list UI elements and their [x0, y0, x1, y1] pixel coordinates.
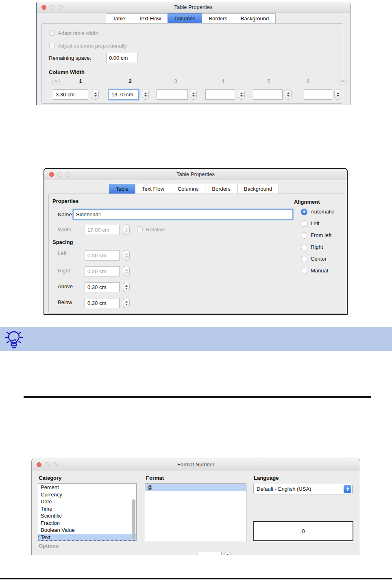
- tab-columns[interactable]: Columns: [171, 184, 205, 194]
- column-5-stepper[interactable]: [285, 89, 292, 100]
- category-item-boolean-value[interactable]: Boolean Value: [38, 527, 136, 534]
- language-select[interactable]: Default - English (USA): [253, 484, 353, 494]
- column-number-5: 5: [265, 78, 273, 85]
- format-header: Format: [146, 475, 164, 481]
- relative-label: Relative: [146, 226, 165, 233]
- alignment-center-label: Center: [311, 256, 327, 262]
- alignment-right-label: Right: [311, 244, 323, 250]
- alignment-automatic-radio[interactable]: [301, 209, 307, 215]
- format-preview-value: 0: [302, 528, 305, 534]
- format-code-item[interactable]: @: [145, 484, 246, 491]
- window-title: Format Number: [32, 459, 360, 470]
- tab-columns[interactable]: Columns: [168, 13, 202, 24]
- column-width-header: Column Width: [49, 69, 85, 75]
- spacing-below-label: Below: [58, 299, 72, 306]
- window-title: Table Properties: [37, 2, 350, 13]
- lightbulb-icon: [4, 329, 23, 351]
- alignment-manual-label: Manual: [311, 268, 328, 274]
- column-4-width-field[interactable]: [205, 89, 235, 100]
- column-3-width-field[interactable]: [157, 89, 188, 100]
- dropdown-chevrons-icon: [344, 485, 351, 493]
- tab-text-flow[interactable]: Text Flow: [135, 184, 171, 194]
- title-bar: Table Properties: [37, 2, 350, 13]
- category-item-date[interactable]: Date: [38, 498, 136, 505]
- window-title: Table Properties: [44, 169, 347, 180]
- alignment-manual-radio[interactable]: [301, 268, 307, 274]
- adapt-table-width-checkbox: [49, 30, 55, 36]
- table-name-field[interactable]: Sidehead1: [73, 209, 293, 220]
- width-stepper: [123, 224, 130, 235]
- alignment-center-radio[interactable]: [301, 256, 307, 262]
- section-divider-rule: [24, 396, 371, 398]
- column-1-stepper[interactable]: [92, 89, 99, 100]
- tab-borders[interactable]: Borders: [205, 184, 237, 194]
- column-6-width-field[interactable]: [304, 89, 332, 100]
- alignment-right-radio[interactable]: [301, 244, 307, 250]
- remaining-space-field: 0.00 cm: [106, 53, 137, 63]
- alignment-header: Alignment: [294, 199, 320, 205]
- alignment-from-left-label: From left: [311, 232, 331, 239]
- scroll-columns-left-icon: ⇦: [52, 78, 60, 85]
- column-5-width-field[interactable]: [253, 89, 283, 100]
- category-item-currency[interactable]: Currency: [38, 491, 136, 498]
- spacing-above-field[interactable]: 0.30 cm: [85, 282, 120, 292]
- category-list: Percent Currency Date Time Scientific Fr…: [38, 483, 137, 541]
- column-1-width-field[interactable]: 3.30 cm: [53, 89, 88, 100]
- title-bar: Format Number: [32, 459, 360, 470]
- spacing-left-stepper: [123, 250, 130, 261]
- spacing-above-stepper[interactable]: [123, 282, 130, 292]
- spacing-left-label: Left: [58, 250, 67, 257]
- alignment-automatic-label: Automatic: [311, 209, 334, 215]
- decimal-places-stepper[interactable]: [224, 552, 231, 555]
- category-item-percent[interactable]: Percent: [38, 484, 136, 491]
- table-width-field: 17.00 cm: [85, 225, 120, 235]
- column-4-stepper[interactable]: [238, 89, 245, 100]
- scroll-columns-right-icon: ⇨: [340, 78, 347, 85]
- column-2-stepper[interactable]: [142, 89, 149, 100]
- table-properties-table-dialog: Table Properties Table Text Flow Columns…: [44, 168, 348, 315]
- format-code-list: @: [145, 483, 246, 541]
- category-item-time[interactable]: Time: [38, 505, 136, 513]
- properties-header: Properties: [52, 198, 78, 204]
- table-properties-columns-dialog: Table Properties Table Text Flow Columns…: [36, 2, 351, 105]
- spacing-below-field[interactable]: 0.30 cm: [85, 298, 120, 308]
- tab-text-flow[interactable]: Text Flow: [132, 13, 168, 24]
- language-select-value: Default - English (USA): [257, 486, 311, 492]
- tab-table[interactable]: Table: [106, 13, 132, 24]
- width-label: Width: [58, 226, 71, 233]
- category-item-text[interactable]: Text: [38, 534, 136, 541]
- spacing-right-stepper: [123, 266, 130, 276]
- adapt-table-width-label: Adapt table width: [58, 30, 98, 37]
- category-item-scientific[interactable]: Scientific: [38, 512, 136, 520]
- column-number-1: 1: [76, 78, 85, 85]
- tab-background[interactable]: Background: [237, 184, 279, 194]
- column-number-3: 3: [172, 78, 180, 85]
- tab-background[interactable]: Background: [234, 13, 276, 24]
- decimal-places-field[interactable]: [198, 552, 222, 555]
- tab-table[interactable]: Table: [109, 184, 135, 194]
- column-3-stepper[interactable]: [190, 89, 197, 100]
- name-label: Name: [58, 211, 72, 218]
- column-number-2: 2: [126, 78, 134, 85]
- category-header: Category: [39, 475, 61, 481]
- alignment-from-left-radio[interactable]: [301, 232, 307, 239]
- alignment-left-radio[interactable]: [301, 220, 307, 227]
- spacing-below-stepper[interactable]: [123, 298, 130, 308]
- spacing-right-field: 0.00 cm: [85, 266, 120, 276]
- column-2-width-field[interactable]: 13.70 cm: [109, 89, 139, 100]
- tab-borders[interactable]: Borders: [202, 13, 234, 24]
- remaining-space-label: Remaining space:: [49, 55, 91, 61]
- column-6-stepper[interactable]: [334, 89, 341, 100]
- category-item-fraction[interactable]: Fraction: [38, 520, 136, 527]
- column-number-6: 6: [304, 78, 312, 85]
- spacing-right-label: Right: [58, 268, 70, 274]
- category-list-scrollbar[interactable]: [132, 499, 135, 539]
- adjust-columns-checkbox: [49, 43, 55, 48]
- spacing-header: Spacing: [52, 239, 73, 245]
- format-number-dialog: Format Number Category Format Language P…: [31, 459, 360, 555]
- tip-note-banner: [0, 327, 392, 351]
- relative-checkbox: [137, 226, 143, 232]
- adjust-columns-label: Adjust columns proportionally: [58, 43, 127, 49]
- language-header: Language: [254, 475, 279, 481]
- alignment-left-label: Left: [311, 220, 320, 227]
